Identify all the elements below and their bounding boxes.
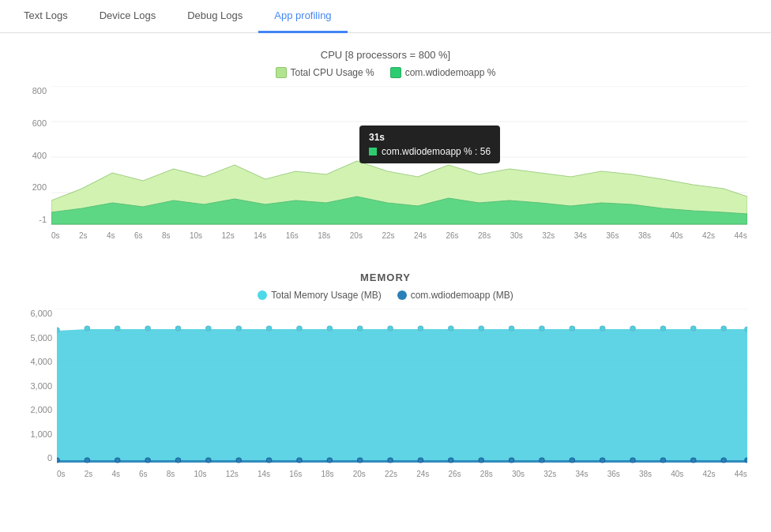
memory-x-axis: 0s 2s 4s 6s 8s 10s 12s 14s 16s 18s 20s 2…: [57, 466, 747, 478]
cpu-legend: Total CPU Usage % com.wdiodemoapp %: [24, 67, 747, 78]
memory-total-label: Total Memory Usage (MB): [271, 290, 381, 301]
svg-point-27: [418, 326, 423, 331]
memory-legend: Total Memory Usage (MB) com.wdiodemoapp …: [24, 290, 747, 301]
svg-point-36: [691, 326, 696, 331]
svg-point-50: [358, 458, 363, 463]
svg-point-31: [540, 326, 544, 331]
svg-point-55: [509, 458, 513, 463]
svg-point-34: [630, 326, 635, 331]
svg-point-41: [85, 458, 89, 463]
cpu-chart-title: CPU [8 processors = 800 %]: [24, 49, 747, 61]
svg-point-24: [327, 326, 332, 331]
cpu-app-label: com.wdiodemoapp %: [405, 67, 496, 78]
svg-point-37: [721, 326, 726, 331]
svg-point-23: [297, 326, 302, 331]
memory-chart-area: 0s 2s 4s 6s 8s 10s 12s 14s 16s 18s 20s 2…: [57, 309, 747, 478]
memory-total-icon: [258, 290, 267, 300]
memory-app-icon: [397, 290, 407, 300]
svg-point-18: [145, 326, 150, 331]
cpu-total-label: Total CPU Usage %: [291, 67, 374, 78]
svg-point-52: [418, 458, 423, 463]
cpu-svg: [51, 86, 747, 228]
svg-point-20: [206, 326, 211, 331]
svg-point-48: [297, 458, 302, 463]
svg-point-29: [479, 326, 483, 331]
cpu-y-axis: 800 600 400 200 -1: [24, 86, 51, 240]
svg-point-38: [745, 327, 747, 332]
tab-text-logs[interactable]: Text Logs: [8, 0, 84, 33]
memory-chart-wrapper: 6,000 5,000 4,000 3,000 2,000 1,000 0: [24, 309, 747, 478]
tab-app-profiling[interactable]: App profiling: [258, 0, 347, 33]
svg-point-42: [115, 458, 120, 463]
svg-point-56: [540, 458, 544, 463]
svg-point-51: [388, 458, 393, 463]
svg-point-17: [115, 326, 120, 331]
svg-point-49: [327, 458, 332, 463]
svg-point-44: [175, 458, 180, 463]
cpu-x-axis: 0s 2s 4s 6s 8s 10s 12s 14s 16s 18s 20s 2…: [51, 228, 747, 240]
svg-point-28: [449, 326, 453, 331]
svg-point-21: [236, 326, 241, 331]
memory-app-label: com.wdiodemoapp (MB): [411, 290, 513, 301]
svg-point-59: [630, 458, 635, 463]
svg-point-25: [358, 326, 363, 331]
svg-point-53: [449, 458, 453, 463]
svg-point-45: [206, 458, 211, 463]
svg-point-22: [266, 326, 271, 331]
tab-bar: Text Logs Device Logs Debug Logs App pro…: [0, 0, 771, 33]
cpu-chart-area: 31s com.wdiodemoapp % : 56 0s 2s 4s 6s 8…: [51, 86, 747, 240]
svg-point-16: [85, 326, 89, 331]
svg-point-60: [660, 458, 665, 463]
memory-legend-app: com.wdiodemoapp (MB): [397, 290, 513, 301]
cpu-total-icon: [276, 67, 287, 78]
svg-point-43: [145, 458, 150, 463]
svg-point-19: [175, 326, 180, 331]
main-content: CPU [8 processors = 800 %] Total CPU Usa…: [0, 33, 771, 526]
svg-point-62: [721, 458, 726, 463]
cpu-app-icon: [390, 67, 401, 78]
svg-point-26: [388, 326, 393, 331]
svg-point-54: [479, 458, 483, 463]
cpu-chart-wrapper: 800 600 400 200 -1: [24, 86, 747, 240]
cpu-legend-app: com.wdiodemoapp %: [390, 67, 496, 78]
memory-chart-title: MEMORY: [24, 272, 747, 283]
svg-point-58: [600, 458, 604, 463]
memory-y-axis: 6,000 5,000 4,000 3,000 2,000 1,000 0: [24, 309, 57, 478]
svg-point-57: [570, 458, 574, 463]
memory-chart-section: MEMORY Total Memory Usage (MB) com.wdiod…: [24, 272, 747, 478]
svg-point-61: [691, 458, 696, 463]
svg-point-35: [660, 326, 665, 331]
svg-point-63: [745, 458, 747, 463]
cpu-legend-total: Total CPU Usage %: [276, 67, 374, 78]
svg-marker-14: [57, 329, 747, 463]
tab-debug-logs[interactable]: Debug Logs: [171, 0, 258, 33]
svg-point-46: [236, 458, 241, 463]
svg-point-33: [600, 326, 604, 331]
memory-legend-total: Total Memory Usage (MB): [258, 290, 381, 301]
tab-device-logs[interactable]: Device Logs: [84, 0, 172, 33]
svg-point-30: [509, 326, 513, 331]
cpu-chart-section: CPU [8 processors = 800 %] Total CPU Usa…: [24, 49, 747, 240]
svg-point-40: [57, 458, 59, 463]
svg-point-15: [57, 328, 59, 332]
svg-marker-39: [57, 460, 747, 463]
svg-point-32: [570, 326, 574, 331]
svg-point-47: [266, 458, 271, 463]
memory-svg: [57, 309, 747, 466]
